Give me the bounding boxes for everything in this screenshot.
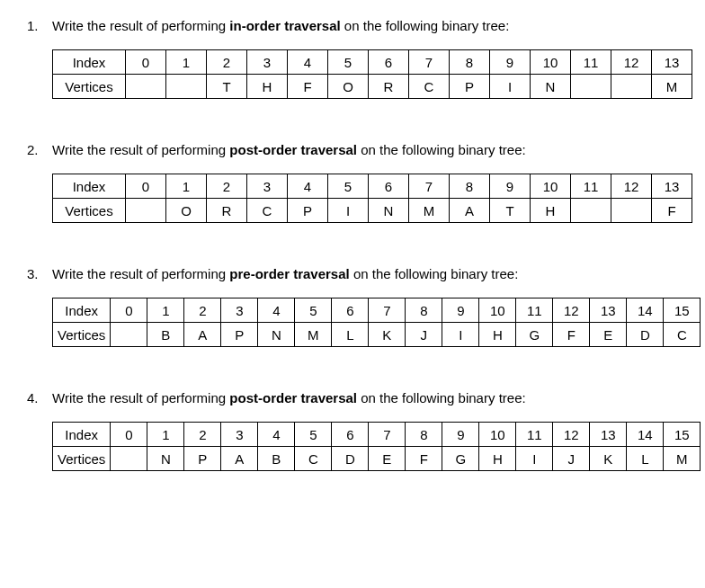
vtx-cell: I	[442, 323, 479, 347]
question-3-bold: pre-order traversal	[229, 266, 349, 281]
idx-cell: 3	[247, 50, 288, 75]
vtx-cell: F	[406, 447, 442, 471]
idx-cell: 2	[184, 423, 221, 447]
idx-cell: 14	[627, 298, 664, 323]
idx-cell: 8	[406, 423, 442, 447]
idx-cell: 2	[184, 298, 221, 323]
vtx-cell: J	[406, 323, 442, 347]
idx-cell: 5	[295, 298, 332, 323]
idx-cell: 6	[332, 298, 369, 323]
vtx-cell: N	[369, 199, 409, 223]
vtx-cell: I	[516, 447, 553, 471]
question-3-post: on the following binary tree:	[350, 266, 519, 281]
row-label-vertices: Vertices	[53, 447, 111, 471]
question-4-table: Index 0 1 2 3 4 5 6 7 8 9 10 11 12 13 14…	[52, 422, 701, 471]
vtx-cell: T	[490, 199, 531, 223]
idx-cell: 8	[406, 298, 442, 323]
row-label-vertices: Vertices	[53, 199, 126, 223]
question-1-post: on the following binary tree:	[341, 18, 510, 33]
vtx-cell	[611, 75, 652, 99]
idx-cell: 0	[111, 423, 147, 447]
idx-cell: 9	[442, 423, 479, 447]
row-label-index: Index	[53, 298, 111, 323]
vtx-cell: E	[590, 323, 627, 347]
row-label-index: Index	[53, 174, 126, 199]
question-4: 4. Write the result of performing post-o…	[27, 390, 678, 471]
vtx-cell: H	[479, 323, 516, 347]
question-4-text: Write the result of performing post-orde…	[52, 390, 678, 405]
question-3-text: Write the result of performing pre-order…	[52, 266, 678, 281]
vtx-cell: L	[627, 447, 664, 471]
idx-cell: 12	[611, 50, 652, 75]
vtx-cell	[126, 199, 166, 223]
idx-cell: 0	[126, 174, 166, 199]
question-4-bold: post-order traversal	[229, 390, 357, 405]
idx-cell: 10	[531, 50, 571, 75]
idx-cell: 9	[490, 174, 531, 199]
question-1-number: 1.	[27, 18, 52, 33]
question-4-prompt: 4. Write the result of performing post-o…	[27, 390, 678, 405]
vtx-cell	[571, 75, 611, 99]
vtx-cell: P	[288, 199, 328, 223]
vtx-cell: T	[207, 75, 247, 99]
idx-cell: 1	[166, 174, 207, 199]
vtx-cell: G	[442, 447, 479, 471]
vtx-cell	[166, 75, 207, 99]
vtx-cell: G	[516, 323, 553, 347]
idx-cell: 8	[450, 174, 490, 199]
idx-cell: 9	[442, 298, 479, 323]
idx-cell: 7	[369, 298, 406, 323]
idx-cell: 10	[479, 423, 516, 447]
vtx-cell	[111, 323, 147, 347]
idx-cell: 2	[207, 174, 247, 199]
idx-cell: 7	[369, 423, 406, 447]
vtx-cell: A	[450, 199, 490, 223]
idx-cell: 12	[553, 298, 590, 323]
vtx-cell: P	[450, 75, 490, 99]
vtx-cell	[126, 75, 166, 99]
question-3-pre: Write the result of performing	[52, 266, 229, 281]
vtx-cell: I	[490, 75, 531, 99]
vtx-cell: H	[247, 75, 288, 99]
row-label-vertices: Vertices	[53, 323, 111, 347]
idx-cell: 1	[147, 423, 184, 447]
idx-cell: 13	[652, 174, 692, 199]
vtx-cell	[111, 447, 147, 471]
question-4-pre: Write the result of performing	[52, 390, 229, 405]
question-1-pre: Write the result of performing	[52, 18, 229, 33]
idx-cell: 4	[288, 50, 328, 75]
idx-cell: 1	[166, 50, 207, 75]
question-3-prompt: 3. Write the result of performing pre-or…	[27, 266, 678, 281]
vtx-cell: O	[328, 75, 369, 99]
question-1-text: Write the result of performing in-order …	[52, 18, 678, 33]
question-2-bold: post-order traversal	[229, 142, 357, 157]
question-4-number: 4.	[27, 390, 52, 405]
question-3-number: 3.	[27, 266, 52, 281]
idx-cell: 9	[490, 50, 531, 75]
question-1-table: Index 0 1 2 3 4 5 6 7 8 9 10 11 12 13 Ve…	[52, 49, 692, 99]
vtx-cell: O	[166, 199, 207, 223]
row-label-index: Index	[53, 423, 111, 447]
idx-cell: 10	[531, 174, 571, 199]
vtx-cell: D	[627, 323, 664, 347]
idx-cell: 4	[258, 298, 295, 323]
vtx-cell: N	[258, 323, 295, 347]
vtx-cell: N	[531, 75, 571, 99]
vtx-cell: C	[295, 447, 332, 471]
vtx-cell: M	[652, 75, 692, 99]
vtx-cell: B	[258, 447, 295, 471]
vtx-cell: R	[369, 75, 409, 99]
idx-cell: 4	[258, 423, 295, 447]
idx-cell: 0	[126, 50, 166, 75]
vtx-cell: J	[553, 447, 590, 471]
idx-cell: 11	[571, 50, 611, 75]
idx-cell: 11	[571, 174, 611, 199]
vtx-cell: C	[247, 199, 288, 223]
idx-cell: 5	[328, 174, 369, 199]
idx-cell: 4	[288, 174, 328, 199]
question-2-table: Index 0 1 2 3 4 5 6 7 8 9 10 11 12 13 Ve…	[52, 174, 692, 223]
vtx-cell: H	[531, 199, 571, 223]
question-2-prompt: 2. Write the result of performing post-o…	[27, 142, 678, 157]
idx-cell: 3	[247, 174, 288, 199]
idx-cell: 1	[147, 298, 184, 323]
